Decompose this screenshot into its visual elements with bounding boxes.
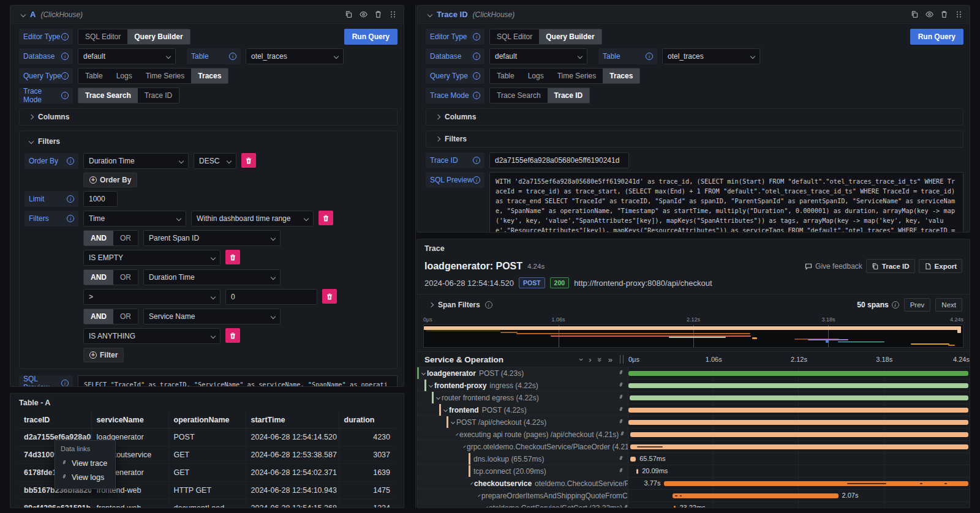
add-filter-button[interactable]: +Filter [83, 348, 124, 362]
or-option[interactable]: OR [113, 270, 138, 285]
condition-operator-select[interactable]: IS EMPTY [83, 250, 221, 266]
span-bar-cell[interactable]: 3.77s [628, 477, 970, 489]
trace-mode-search[interactable]: Trace Search [78, 88, 138, 103]
collapse-one-icon[interactable]: › [578, 358, 586, 361]
expand-one-icon[interactable]: › [589, 356, 591, 364]
info-icon[interactable]: i [61, 33, 69, 40]
collapse-chevron-icon[interactable] [21, 12, 26, 17]
info-icon[interactable]: i [61, 380, 69, 386]
filters-section-toggle[interactable]: Filters [24, 135, 392, 153]
span-label-cell[interactable]: checkoutserviceoteldemo.CheckoutService/… [417, 477, 628, 489]
database-select[interactable]: default [489, 48, 587, 64]
query-type-table[interactable]: Table [490, 69, 521, 83]
table-row[interactable]: 89cf4286e631591b4...frontend-webdocument… [19, 500, 395, 509]
span-link-icon[interactable] [617, 466, 628, 476]
info-icon[interactable]: i [473, 33, 480, 40]
condition-field-select[interactable]: Parent Span ID [143, 230, 281, 246]
drag-handle-icon[interactable] [388, 10, 398, 20]
query-type-traces[interactable]: Traces [191, 69, 228, 83]
span-bar-cell[interactable]: 2.07s [628, 490, 970, 501]
span-bar-cell[interactable] [628, 380, 970, 391]
span-label-cell[interactable]: prepareOrderItemsAndShippingQuoteFromCar… [417, 490, 628, 501]
query-builder-tab[interactable]: Query Builder [539, 29, 601, 44]
span-label-cell[interactable]: grpc.oteldemo.CheckoutService/PlaceOrder… [417, 441, 628, 452]
query-type-traces[interactable]: Traces [603, 69, 639, 83]
info-icon[interactable]: i [646, 53, 653, 60]
span-link-icon[interactable] [617, 381, 628, 390]
col-operationname[interactable]: operationName [168, 412, 246, 429]
expand-chevron-icon[interactable] [451, 420, 455, 424]
info-icon[interactable]: i [61, 72, 69, 80]
span-label-cell[interactable]: oteldemo.CartService/GetCart (23.22ms) [417, 502, 628, 507]
condition-operator-select[interactable]: IS ANYTHING [83, 328, 221, 344]
info-icon[interactable]: i [473, 72, 480, 80]
expand-chevron-icon[interactable] [478, 494, 480, 496]
span-link-icon[interactable] [622, 503, 628, 507]
span-link-icon[interactable] [619, 430, 628, 439]
remove-order-by-button[interactable] [241, 153, 256, 168]
info-icon[interactable]: i [61, 53, 69, 60]
span-label-cell[interactable]: executing api route (pages) /api/checkou… [417, 429, 628, 440]
span-bar-cell[interactable] [628, 404, 970, 416]
prev-span-button[interactable]: Prev [904, 298, 931, 312]
expand-chevron-icon[interactable] [463, 445, 466, 447]
info-icon[interactable]: i [67, 195, 74, 203]
add-order-by-button[interactable]: +Order By [83, 173, 137, 187]
column-resize-handle[interactable] [620, 355, 624, 364]
span-label-cell[interactable]: POST /api/checkout (4.22s) [417, 416, 628, 428]
info-icon[interactable]: i [473, 53, 480, 60]
span-bar-cell[interactable]: 23.22ms [628, 502, 970, 507]
run-query-button[interactable]: Run Query [910, 29, 963, 45]
query-type-timeseries[interactable]: Time Series [139, 69, 192, 83]
duplicate-icon[interactable] [910, 10, 919, 20]
info-icon[interactable]: i [473, 92, 480, 99]
condition-operator-select[interactable]: > [83, 289, 221, 305]
info-icon[interactable]: i [67, 157, 74, 165]
span-bar-cell[interactable] [628, 416, 970, 428]
span-link-icon[interactable] [617, 418, 628, 427]
give-feedback-button[interactable]: Give feedback [805, 262, 862, 271]
info-icon[interactable]: i [229, 53, 236, 60]
span-bar-cell[interactable] [628, 367, 970, 379]
span-link-icon[interactable] [617, 369, 628, 378]
delete-query-icon[interactable] [373, 10, 383, 20]
condition-field-select[interactable]: Service Name [143, 309, 281, 324]
span-bar-cell[interactable] [628, 441, 970, 452]
info-icon[interactable]: i [485, 301, 492, 309]
span-link-icon[interactable] [617, 393, 628, 402]
filter-time-field-select[interactable]: Time [83, 211, 186, 227]
table-select[interactable]: otel_traces [662, 48, 760, 64]
span-label-cell[interactable]: dns.lookup (65.57ms) [417, 453, 628, 465]
drag-handle-icon[interactable] [954, 10, 963, 20]
info-icon[interactable]: i [473, 157, 480, 164]
span-label-cell[interactable]: loadgeneratorPOST (4.23s) [417, 367, 628, 379]
expand-chevron-icon[interactable] [485, 506, 488, 507]
remove-time-filter-button[interactable] [318, 211, 333, 225]
span-filters-label[interactable]: Span Filters [438, 301, 480, 309]
collapse-chevron-icon[interactable] [428, 12, 432, 17]
expand-chevron-icon[interactable] [456, 433, 458, 435]
info-icon[interactable]: i [473, 176, 480, 184]
expand-chevron-icon[interactable] [421, 371, 426, 375]
minimap-canvas[interactable] [423, 324, 963, 348]
expand-all-icon[interactable]: » [608, 356, 612, 364]
hide-response-eye-icon[interactable] [358, 10, 368, 20]
view-trace-link[interactable]: View trace [61, 456, 110, 470]
export-button[interactable]: Export [919, 259, 962, 273]
span-label-cell[interactable]: tcp.connect (20.09ms) [417, 465, 628, 477]
columns-section-toggle[interactable]: Columns [19, 108, 398, 125]
query-type-logs[interactable]: Logs [110, 69, 139, 83]
span-link-icon[interactable] [617, 405, 628, 414]
view-logs-link[interactable]: View logs [61, 470, 110, 484]
info-icon[interactable]: i [61, 92, 69, 99]
query-type-table[interactable]: Table [78, 69, 110, 83]
expand-chevron-icon[interactable] [443, 408, 448, 412]
sql-editor-tab[interactable]: SQL Editor [78, 29, 127, 44]
span-bar-cell[interactable] [628, 429, 970, 440]
duplicate-icon[interactable] [344, 10, 353, 20]
expand-chevron-icon[interactable] [429, 383, 433, 388]
span-bar-cell[interactable] [628, 392, 970, 403]
hide-response-eye-icon[interactable] [924, 10, 934, 20]
span-bar-cell[interactable]: 20.09ms [628, 465, 970, 477]
trace-mode-id[interactable]: Trace ID [138, 88, 179, 103]
